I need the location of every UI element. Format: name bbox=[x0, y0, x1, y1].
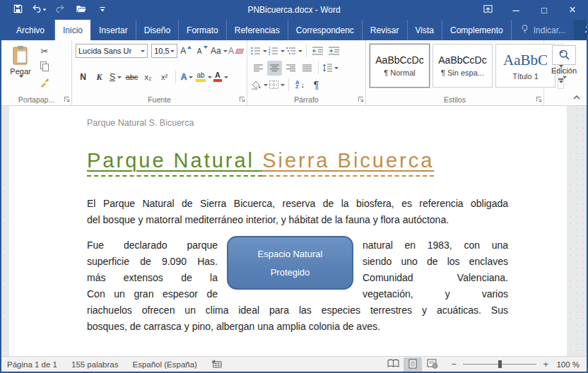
tell-me-box[interactable]: Indicar... bbox=[512, 20, 574, 40]
editing-menu-button[interactable]: Edición bbox=[548, 42, 580, 78]
shading-button[interactable] bbox=[251, 78, 268, 93]
bullets-button[interactable] bbox=[251, 44, 267, 59]
share-button[interactable]: Compartir bbox=[574, 20, 588, 40]
increase-indent-button[interactable] bbox=[327, 44, 341, 59]
decrease-indent-button[interactable] bbox=[310, 44, 325, 59]
document-page[interactable]: Parque Natural S. Bicuerca Parque Natura… bbox=[9, 106, 567, 356]
superscript-button[interactable]: x² bbox=[157, 70, 172, 85]
shrink-font-label: A bbox=[197, 47, 202, 55]
cut-icon: ✂ bbox=[41, 46, 49, 57]
bold-button[interactable]: N bbox=[76, 70, 90, 85]
justify-icon bbox=[302, 64, 312, 72]
zoom-percentage[interactable]: 100 % bbox=[556, 360, 580, 369]
zoom-slider[interactable] bbox=[463, 364, 536, 365]
styles-dialog-launcher[interactable] bbox=[536, 95, 542, 104]
chevron-up-icon bbox=[572, 90, 581, 102]
change-case-button[interactable]: Aa bbox=[211, 44, 227, 59]
collapse-ribbon-button[interactable] bbox=[572, 90, 581, 103]
zoom-out-button[interactable]: − bbox=[450, 359, 457, 369]
numbering-button[interactable]: 123 bbox=[269, 44, 285, 59]
cut-button[interactable]: ✂ bbox=[36, 44, 53, 59]
wrapped-paragraph[interactable]: Fue declarado parque superficie de 9.090… bbox=[87, 237, 508, 302]
text-effects-dropdown-icon bbox=[189, 76, 193, 78]
tab-complementos[interactable]: Complemento bbox=[442, 20, 512, 40]
styles-group: AaBbCcDc ¶ Normal AaBbCcDc ¶ Sin espa...… bbox=[366, 40, 544, 105]
style-sample: AaBbCcDc bbox=[375, 54, 423, 66]
zoom-in-button[interactable]: + bbox=[542, 359, 549, 369]
clipboard-group: Pegar ✂ Portapap... bbox=[1, 40, 72, 105]
tab-inicio[interactable]: Inicio bbox=[55, 20, 90, 40]
tab-insertar[interactable]: Insertar bbox=[91, 20, 136, 40]
sort-letters: AZ bbox=[295, 81, 299, 90]
document-title[interactable]: Parque Natural Sierra Bicuerca bbox=[87, 149, 508, 172]
page-count[interactable]: Página 1 de 1 bbox=[7, 360, 57, 369]
clipboard-dialog-launcher[interactable] bbox=[64, 95, 70, 104]
redo-button[interactable] bbox=[51, 2, 69, 18]
read-mode-button[interactable] bbox=[384, 357, 402, 372]
align-center-button[interactable] bbox=[267, 61, 282, 76]
underline-button[interactable]: S bbox=[108, 70, 123, 85]
language-indicator[interactable]: Español (España) bbox=[132, 360, 196, 369]
paragraph-dialog-launcher[interactable] bbox=[358, 95, 364, 104]
tab-archivo[interactable]: Archivo bbox=[6, 20, 55, 40]
shrink-font-button[interactable]: A bbox=[195, 44, 210, 59]
show-marks-button[interactable]: ¶ bbox=[309, 78, 324, 93]
highlight-color-button[interactable]: ab bbox=[196, 70, 212, 85]
tab-formato[interactable]: Formato bbox=[179, 20, 227, 40]
format-painter-button[interactable] bbox=[36, 76, 53, 91]
strikethrough-button[interactable]: abc bbox=[124, 70, 139, 85]
web-layout-button[interactable] bbox=[423, 357, 442, 372]
font-size-combo[interactable]: 10,5 bbox=[151, 44, 177, 58]
justify-button[interactable] bbox=[300, 61, 314, 76]
align-left-button[interactable] bbox=[251, 61, 266, 76]
style-card-normal[interactable]: AaBbCcDc ¶ Normal bbox=[370, 44, 430, 88]
rounded-rectangle-shape[interactable]: Espacio Natural Protegido bbox=[227, 236, 353, 290]
increase-indent-icon bbox=[329, 47, 339, 55]
grow-font-button[interactable]: A bbox=[179, 44, 194, 59]
customize-qat-button[interactable] bbox=[93, 2, 112, 18]
save-button[interactable] bbox=[8, 2, 27, 18]
print-layout-button[interactable] bbox=[404, 357, 422, 372]
font-name-combo[interactable]: Lucida Sans Ur bbox=[76, 44, 148, 58]
undo-button[interactable] bbox=[30, 2, 48, 18]
scrollbar-area[interactable] bbox=[567, 106, 587, 356]
tab-diseno[interactable]: Diseño bbox=[136, 20, 179, 40]
align-right-button[interactable] bbox=[283, 61, 298, 76]
ribbon-tab-row: Archivo Inicio Insertar Diseño Formato R… bbox=[1, 20, 587, 40]
font-name-dropdown-icon bbox=[141, 50, 145, 52]
clear-formatting-button[interactable]: A bbox=[228, 44, 243, 59]
clear-formatting-label: A bbox=[228, 46, 234, 56]
font-color-dropdown-icon bbox=[224, 76, 228, 78]
italic-button[interactable]: K bbox=[92, 70, 107, 85]
document-header-text[interactable]: Parque Natural S. Bicuerca bbox=[87, 118, 508, 128]
paste-dropdown-icon bbox=[19, 76, 23, 78]
zoom-slider-handle[interactable] bbox=[498, 360, 502, 368]
tab-correspondencia[interactable]: Correspondenc bbox=[288, 20, 363, 40]
text-effects-button[interactable]: A bbox=[180, 70, 194, 85]
align-center-icon bbox=[270, 64, 279, 72]
sort-button[interactable]: AZ ↓ bbox=[293, 78, 307, 93]
tab-vista[interactable]: Vista bbox=[408, 20, 442, 40]
wrap-right-column: natural en 1983, con una siendo uno de l… bbox=[363, 237, 508, 302]
open-button[interactable] bbox=[72, 2, 90, 18]
close-button[interactable]: × bbox=[558, 0, 587, 20]
subscript-button[interactable]: x₂ bbox=[141, 70, 155, 85]
proofing-status-button[interactable] bbox=[211, 359, 222, 370]
font-dialog-launcher[interactable] bbox=[239, 95, 245, 104]
ribbon-display-options-button[interactable] bbox=[474, 0, 502, 20]
minimize-button[interactable]: ─ bbox=[502, 0, 530, 20]
font-color-label: A bbox=[215, 72, 220, 78]
line-spacing-button[interactable] bbox=[322, 61, 339, 76]
tab-revisar[interactable]: Revisar bbox=[363, 20, 408, 40]
paragraph-1[interactable]: El Parque Natural de Sierra Bicuerca, re… bbox=[87, 196, 508, 228]
copy-button[interactable] bbox=[36, 60, 53, 75]
borders-button[interactable] bbox=[269, 78, 285, 93]
maximize-button[interactable]: □ bbox=[530, 0, 558, 20]
word-count[interactable]: 155 palabras bbox=[71, 360, 119, 369]
tab-referencias[interactable]: Referencias bbox=[227, 20, 288, 40]
paste-button[interactable]: Pegar bbox=[5, 42, 36, 94]
paragraph-tail[interactable]: riachuelos ofrecen un clima ideal para l… bbox=[87, 302, 508, 335]
style-card-sin-espaciado[interactable]: AaBbCcDc ¶ Sin espa... bbox=[433, 44, 493, 88]
multilevel-list-button[interactable] bbox=[286, 44, 302, 59]
font-color-button[interactable]: A bbox=[213, 70, 228, 85]
